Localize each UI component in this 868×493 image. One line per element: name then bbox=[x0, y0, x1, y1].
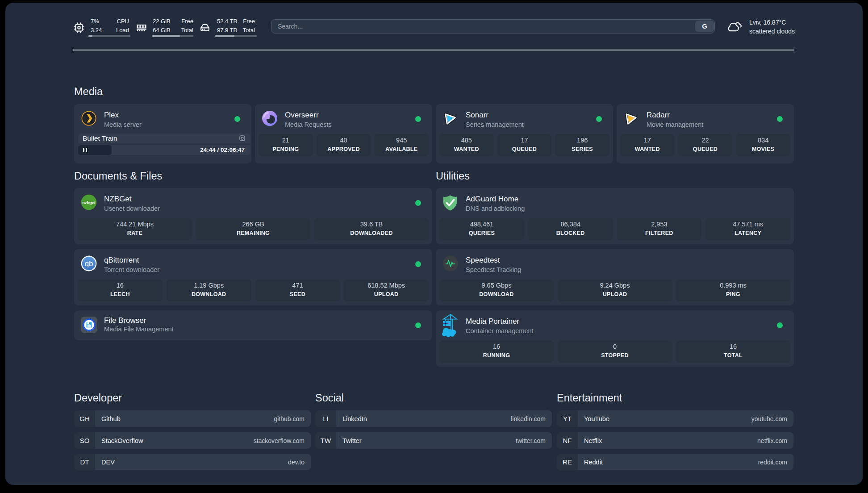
svg-text:nzbget: nzbget bbox=[82, 201, 96, 205]
svg-text:qb: qb bbox=[85, 259, 93, 268]
